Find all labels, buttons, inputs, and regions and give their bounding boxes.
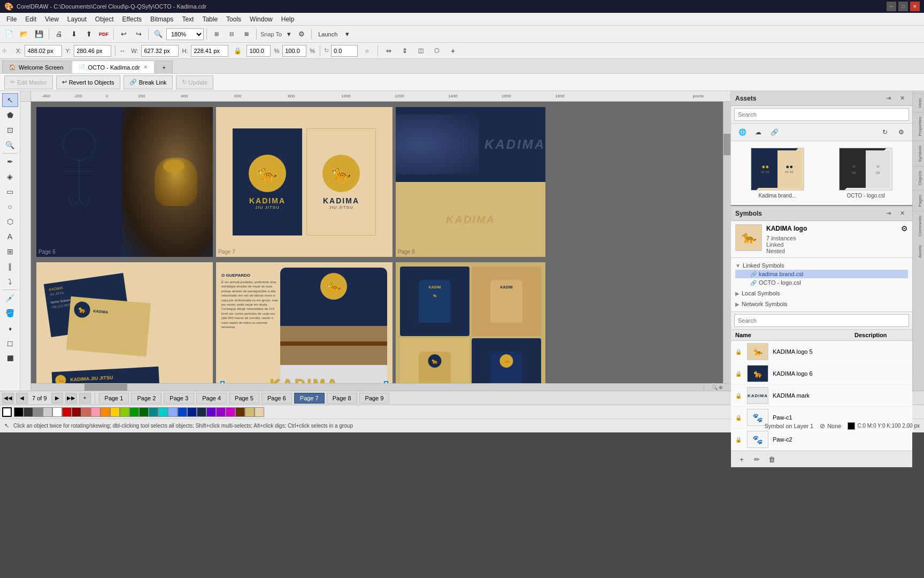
vtab-pages[interactable]: Pages [913,190,924,211]
color-violet[interactable] [216,407,226,417]
menu-tools[interactable]: Tools [222,14,245,24]
import-button[interactable]: ⬇ [67,27,81,41]
sym-row-mark[interactable]: 🔒 KADIMA KADIMA mark [731,385,912,407]
polygon-tool[interactable]: ⬡ [2,215,18,229]
asset-kadima[interactable]: ⬟ ⬟ ▭ ▭ ⬟ ⬟ ▭ ▭ Kadima brand... [751,148,804,199]
page-tab-8[interactable]: Page 8 [327,393,357,404]
assets-refresh-btn[interactable]: ↻ [878,126,892,139]
zoom-select[interactable]: 180% [166,28,204,40]
sym-delete-btn[interactable]: 🗑 [765,453,778,465]
network-lib-btn[interactable]: 🔗 [767,126,781,139]
color-red[interactable] [62,407,72,417]
local-symbols-header[interactable]: ▶ Local Symbols [735,289,908,298]
table-tool[interactable]: ⊞ [2,245,18,258]
vtab-assets[interactable]: Assets [913,241,924,262]
tab-add[interactable]: + [156,60,173,73]
h-scrollbar[interactable] [31,383,723,391]
menu-view[interactable]: View [41,14,63,24]
canvas-area[interactable]: -400 -200 0 200 400 600 800 1000 1200 14… [20,91,730,391]
fill-tool[interactable]: 🪣 [2,306,18,320]
sym-gear-btn[interactable]: ⚙ [901,224,908,233]
color-light-gray[interactable] [43,407,52,417]
pct1-input[interactable] [247,45,271,57]
color-magenta[interactable] [226,407,235,417]
transform-btn[interactable]: ◫ [414,44,428,58]
assets-settings-btn[interactable]: ⚙ [894,126,908,139]
menu-text[interactable]: Text [178,14,198,24]
vtab-properties[interactable]: Properties [913,112,924,140]
page-tab-2[interactable]: Page 2 [131,393,161,404]
page-tab-1[interactable]: Page 1 [99,393,129,404]
sym-add-btn[interactable]: + [735,453,748,465]
angle-input[interactable] [331,45,358,57]
y-input[interactable] [74,45,111,57]
canvas-content[interactable]: Page 6 🐆 KADIMA JIU JITSU [31,102,723,383]
color-gray[interactable] [33,407,43,417]
view-mode-btn1[interactable]: ⊞ [210,27,224,41]
assets-close-btn[interactable]: ✕ [896,93,908,104]
symbols-search-input[interactable] [734,314,909,327]
select-tool[interactable]: ↖ [2,93,18,107]
menu-help[interactable]: Help [277,14,299,24]
menu-table[interactable]: Table [198,14,222,24]
tab-welcome[interactable]: 🏠 Welcome Screen [2,60,71,73]
node-tool[interactable]: ⬟ [2,108,18,122]
new-button[interactable]: 📄 [2,27,16,41]
sym-row-paw2[interactable]: 🔒 🐾 Paw-c2 [731,429,912,451]
view-mode-btn2[interactable]: ⊟ [225,27,238,41]
symbols-expand-btn[interactable]: ⇥ [882,208,894,219]
v-scroll-thumb[interactable] [723,134,730,155]
page-tab-4[interactable]: Page 4 [196,393,227,404]
rect-tool[interactable]: ▭ [2,185,18,199]
menu-effects[interactable]: Effects [118,14,146,24]
w-input[interactable] [141,45,179,57]
asset-octo[interactable]: ○ ▭ ○ ▭ OCTO - logo.csl [839,148,892,199]
sym-row-logo6[interactable]: 🔒 🐆 KADIMA logo 6 [731,363,912,385]
zoom-in-button[interactable]: 🔍 [151,27,165,41]
color-cyan[interactable] [158,407,168,417]
color-purple[interactable] [206,407,216,417]
color-dark-gray[interactable] [24,407,33,417]
menu-layout[interactable]: Layout [63,14,91,24]
snap-dropdown-btn[interactable]: ▾ [284,27,294,41]
page-tab-5[interactable]: Page 5 [229,393,259,404]
h-input[interactable] [191,45,228,57]
page-prev-btn[interactable]: ◀ [16,393,28,404]
parallel-tool[interactable]: ∥ [2,260,18,273]
redo-button[interactable]: ↪ [132,27,145,41]
menu-edit[interactable]: Edit [21,14,41,24]
page-next-btn[interactable]: ▶ [51,393,63,404]
maximize-button[interactable]: □ [898,2,908,11]
menu-object[interactable]: Object [91,14,118,24]
h-scroll-thumb[interactable] [84,384,127,391]
network-symbols-header[interactable]: ▶ Network Symbols [735,300,908,308]
undo-button[interactable]: ↩ [117,27,130,41]
color-green[interactable] [129,407,139,417]
page-tab-6[interactable]: Page 6 [261,393,292,404]
menu-window[interactable]: Window [245,14,277,24]
v-scrollbar[interactable] [723,102,730,383]
cloud-lib-btn[interactable]: 🌐 [735,126,749,139]
menu-bitmaps[interactable]: Bitmaps [146,14,178,24]
connector-tool[interactable]: ⤵ [2,275,18,288]
snap-settings-btn[interactable]: ⚙ [295,27,309,41]
color-tan[interactable] [245,407,255,417]
assets-expand-btn[interactable]: ⇥ [882,93,894,104]
page-tab-3[interactable]: Page 3 [164,393,194,404]
page-tab-9[interactable]: Page 9 [359,393,390,404]
text-tool[interactable]: A [2,230,18,244]
color-navy[interactable] [197,407,206,417]
tab-kadima[interactable]: 📄 OCTO - Kadima.cdr ✕ [72,60,155,73]
color-lime[interactable] [120,407,129,417]
sym-row-logo5[interactable]: 🔒 🐆 KADIMA logo 5 [731,341,912,363]
menu-file[interactable]: File [2,14,21,24]
linked-symbols-header[interactable]: ▼ Linked Symbols [735,261,908,270]
skew-btn[interactable]: ⬡ [430,44,444,58]
minimize-button[interactable]: ─ [887,2,896,11]
no-fill-swatch[interactable] [2,407,12,417]
color-brown[interactable] [235,407,245,417]
vtab-comments[interactable]: Comments [913,211,924,241]
color-white[interactable] [52,407,62,417]
symbols-close-btn[interactable]: ✕ [896,208,908,219]
color-teal[interactable] [149,407,158,417]
